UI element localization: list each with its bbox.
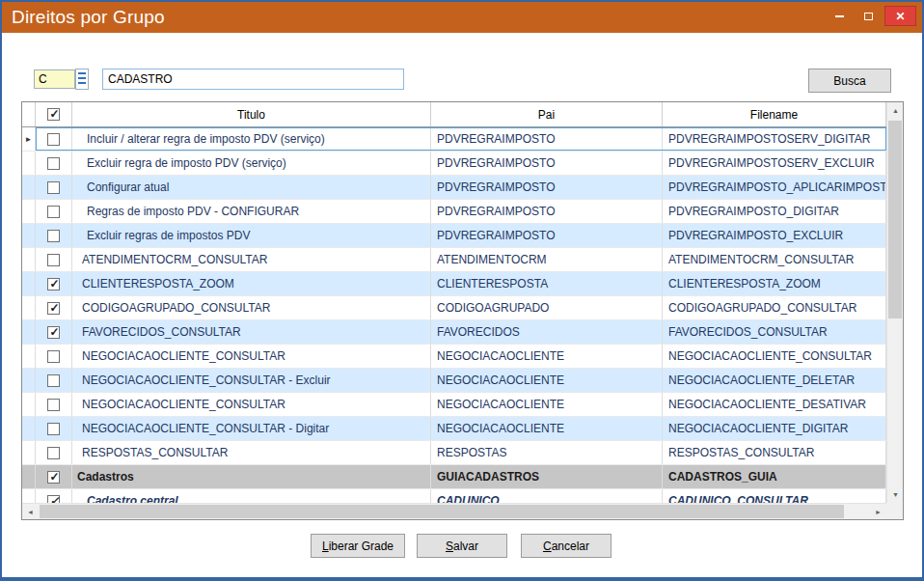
- table-row[interactable]: NEGOCIACAOCLIENTE_CONSULTAR - DigitarNEG…: [22, 417, 886, 441]
- row-checkbox[interactable]: [36, 224, 72, 247]
- table-row[interactable]: FAVORECIDOS_CONSULTARFAVORECIDOSFAVORECI…: [22, 320, 886, 345]
- vertical-scroll-thumb[interactable]: [888, 121, 902, 318]
- close-icon[interactable]: ✕: [884, 6, 916, 26]
- row-checkbox[interactable]: [36, 296, 72, 319]
- row-indicator: [22, 176, 36, 199]
- cell-titulo: NEGOCIACAOCLIENTE_CONSULTAR: [72, 393, 431, 416]
- cell-filename: NEGOCIACAOCLIENTE_DIGITAR: [663, 417, 886, 440]
- cell-pai: NEGOCIACAOCLIENTE: [431, 345, 663, 368]
- row-indicator: [22, 345, 36, 368]
- cell-filename: ATENDIMENTOCRM_CONSULTAR: [663, 248, 886, 271]
- row-indicator: [22, 489, 36, 503]
- cell-titulo: CODIGOAGRUPADO_CONSULTAR: [72, 296, 431, 319]
- cell-filename: NEGOCIACAOCLIENTE_CONSULTAR: [663, 345, 886, 368]
- cancelar-button[interactable]: Cancelar: [521, 534, 611, 558]
- column-header-filename[interactable]: Filename: [663, 102, 886, 126]
- table-row[interactable]: Cadastro centralCADUNICOCADUNICO_CONSULT…: [22, 489, 886, 503]
- table-row[interactable]: ATENDIMENTOCRM_CONSULTARATENDIMENTOCRMAT…: [22, 248, 886, 272]
- row-checkbox[interactable]: [36, 417, 72, 440]
- cell-filename: PDVREGRAIMPOSTO_APLICARIMPOSTO: [663, 176, 886, 199]
- cell-titulo: ATENDIMENTOCRM_CONSULTAR: [72, 248, 431, 271]
- cell-filename: CADASTROS_GUIA: [663, 465, 886, 488]
- cell-titulo: Excluir regras de impostos PDV: [72, 224, 431, 247]
- horizontal-scroll-thumb[interactable]: [40, 505, 844, 518]
- row-checkbox[interactable]: [36, 248, 72, 271]
- row-checkbox[interactable]: [36, 441, 72, 464]
- cell-pai: PDVREGRAIMPOSTO: [431, 152, 663, 175]
- table-row[interactable]: CODIGOAGRUPADO_CONSULTARCODIGOAGRUPADOCO…: [22, 296, 886, 320]
- table-row[interactable]: RESPOSTAS_CONSULTARRESPOSTASRESPOSTAS_CO…: [22, 441, 886, 465]
- row-checkbox[interactable]: [36, 489, 72, 503]
- cell-filename: CADUNICO_CONSULTAR: [663, 489, 886, 503]
- salvar-button[interactable]: Salvar: [417, 534, 507, 558]
- code-input[interactable]: [34, 69, 75, 89]
- row-indicator: [22, 441, 36, 464]
- cell-titulo: NEGOCIACAOCLIENTE_CONSULTAR - Digitar: [72, 417, 431, 440]
- busca-button[interactable]: Busca: [808, 69, 891, 93]
- cell-titulo: Excluir regra de imposto PDV (serviço): [72, 152, 431, 175]
- row-checkbox[interactable]: [36, 465, 72, 488]
- cell-titulo: Configurar atual: [72, 176, 431, 199]
- scroll-up-icon[interactable]: ▲: [887, 102, 904, 119]
- window-controls: ✕: [827, 6, 916, 26]
- select-all-checkbox[interactable]: [36, 102, 72, 126]
- row-checkbox[interactable]: [36, 152, 72, 175]
- row-checkbox[interactable]: [36, 200, 72, 223]
- table-row[interactable]: Excluir regra de imposto PDV (serviço)PD…: [22, 152, 886, 176]
- row-indicator: [22, 465, 36, 488]
- minimize-icon[interactable]: [827, 6, 852, 26]
- table-row[interactable]: NEGOCIACAOCLIENTE_CONSULTARNEGOCIACAOCLI…: [22, 345, 886, 369]
- table-row[interactable]: Excluir regras de impostos PDVPDVREGRAIM…: [22, 224, 886, 248]
- cell-pai: NEGOCIACAOCLIENTE: [431, 417, 663, 440]
- cell-pai: PDVREGRAIMPOSTO: [431, 127, 663, 151]
- row-checkbox[interactable]: [36, 127, 72, 151]
- grid-header: Titulo Pai Filename: [22, 102, 886, 127]
- scrollbar-corner: [886, 503, 903, 519]
- cell-titulo: RESPOSTAS_CONSULTAR: [72, 441, 431, 464]
- cell-filename: PDVREGRAIMPOSTOSERV_EXCLUIR: [663, 152, 886, 175]
- row-checkbox[interactable]: [36, 369, 72, 392]
- cell-filename: PDVREGRAIMPOSTOSERV_DIGITAR: [663, 127, 886, 151]
- table-row[interactable]: Regras de imposto PDV - CONFIGURARPDVREG…: [22, 200, 886, 224]
- window-title: Direitos por Grupo: [12, 7, 165, 28]
- horizontal-scrollbar[interactable]: ◄ ►: [22, 503, 886, 519]
- maximize-icon[interactable]: [856, 6, 881, 26]
- lookup-icon[interactable]: [75, 69, 89, 90]
- row-indicator: [22, 200, 36, 223]
- table-row[interactable]: NEGOCIACAOCLIENTE_CONSULTAR - ExcluirNEG…: [22, 369, 886, 393]
- table-row[interactable]: Configurar atualPDVREGRAIMPOSTOPDVREGRAI…: [22, 176, 886, 200]
- column-header-pai[interactable]: Pai: [431, 102, 663, 126]
- row-checkbox[interactable]: [36, 272, 72, 295]
- row-checkbox[interactable]: [36, 176, 72, 199]
- row-checkbox[interactable]: [36, 345, 72, 368]
- cell-pai: CODIGOAGRUPADO: [431, 296, 663, 319]
- group-name-input[interactable]: [102, 69, 404, 90]
- table-row[interactable]: CadastrosGUIACADASTROSCADASTROS_GUIA: [22, 465, 886, 489]
- table-row[interactable]: CLIENTERESPOSTA_ZOOMCLIENTERESPOSTACLIEN…: [22, 272, 886, 296]
- header-indicator-cell: [22, 102, 36, 126]
- cell-titulo: CLIENTERESPOSTA_ZOOM: [72, 272, 431, 295]
- row-checkbox[interactable]: [36, 320, 72, 344]
- table-row[interactable]: ►Incluir / alterar regra de imposto PDV …: [22, 127, 886, 152]
- liberar-grade-button[interactable]: Liberar Grade: [311, 534, 405, 558]
- table-row[interactable]: NEGOCIACAOCLIENTE_CONSULTARNEGOCIACAOCLI…: [22, 393, 886, 417]
- grid-rows: ►Incluir / alterar regra de imposto PDV …: [22, 127, 886, 503]
- vertical-scrollbar[interactable]: ▲ ▼: [886, 102, 903, 503]
- cell-pai: PDVREGRAIMPOSTO: [431, 224, 663, 247]
- cell-filename: RESPOSTAS_CONSULTAR: [663, 441, 886, 464]
- cell-filename: NEGOCIACAOCLIENTE_DELETAR: [663, 369, 886, 392]
- cell-titulo: Cadastro central: [72, 489, 431, 503]
- row-indicator: [22, 369, 36, 392]
- scroll-down-icon[interactable]: ▼: [887, 486, 904, 503]
- scroll-right-icon[interactable]: ►: [870, 504, 886, 520]
- cell-filename: NEGOCIACAOCLIENTE_DESATIVAR: [663, 393, 886, 416]
- cell-filename: CLIENTERESPOSTA_ZOOM: [663, 272, 886, 295]
- column-header-titulo[interactable]: Titulo: [72, 102, 431, 126]
- cell-titulo: Cadastros: [72, 465, 431, 488]
- scroll-left-icon[interactable]: ◄: [22, 504, 39, 520]
- cell-titulo: NEGOCIACAOCLIENTE_CONSULTAR: [72, 345, 431, 368]
- cell-titulo: FAVORECIDOS_CONSULTAR: [72, 320, 431, 344]
- cell-pai: RESPOSTAS: [431, 441, 663, 464]
- row-checkbox[interactable]: [36, 393, 72, 416]
- cell-pai: ATENDIMENTOCRM: [431, 248, 663, 271]
